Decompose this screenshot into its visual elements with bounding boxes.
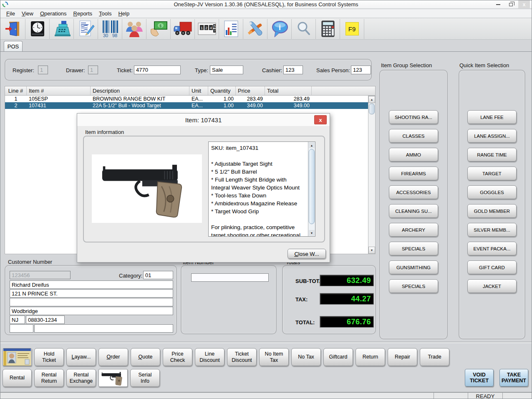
table-row[interactable]: 1 105ESP BROWNING RANGE BOW KIT EA... 1.… [5, 96, 368, 102]
customer-address1-field[interactable] [10, 289, 173, 298]
drawer-field[interactable] [88, 66, 98, 74]
f9-button[interactable]: F9 [340, 19, 364, 39]
quick-lane-fee-button[interactable]: LANE FEE [467, 110, 517, 124]
group-classes-button[interactable]: CLASSES [389, 129, 438, 143]
group-archery-button[interactable]: ARCHERY [389, 223, 438, 237]
menu-tools[interactable]: Tools [96, 10, 115, 18]
no-tax-button[interactable]: No Tax [291, 348, 321, 366]
restore-button[interactable] [505, 0, 517, 8]
delivery-truck-button[interactable] [171, 19, 195, 39]
customer-id-photo-button[interactable] [3, 348, 32, 366]
customer-name-field[interactable] [10, 280, 173, 289]
close-window-button[interactable]: Close W... [287, 249, 326, 259]
customer-state-field[interactable] [10, 316, 25, 324]
ticket-discount-button[interactable]: Ticket Discount [227, 348, 257, 366]
group-specials-button[interactable]: SPECIALS [389, 242, 438, 255]
group-shooting-range-button[interactable]: SHOOTING RA... [389, 110, 438, 124]
search-button[interactable] [292, 19, 316, 39]
menu-view[interactable]: View [18, 10, 37, 18]
trade-button[interactable]: Trade [420, 348, 449, 366]
col-unit[interactable]: Unit [189, 86, 208, 95]
line-discount-button[interactable]: Line Discount [195, 348, 224, 366]
menu-reports[interactable]: Reports [70, 10, 96, 18]
customers-button[interactable] [122, 19, 146, 39]
barcode-button[interactable]: 30 98 [98, 19, 122, 39]
type-field[interactable] [210, 66, 243, 74]
col-item[interactable]: Item # [27, 86, 91, 95]
return-button[interactable]: Return [356, 348, 385, 366]
quick-target-button[interactable]: TARGET [467, 167, 517, 180]
cash-register-button[interactable] [50, 19, 74, 39]
order-button[interactable]: Order [98, 348, 128, 366]
menu-help[interactable]: Help [115, 10, 133, 18]
price-check-button[interactable]: Price Check [163, 348, 192, 366]
scroll-up-icon[interactable]: ▲ [368, 96, 375, 103]
menu-file[interactable]: File [3, 10, 18, 18]
col-total[interactable]: Total [265, 86, 312, 95]
ticket-field[interactable] [134, 66, 181, 74]
group-firearms-button[interactable]: FIREARMS [389, 167, 438, 180]
table-scrollbar[interactable]: ▲ ▼ [368, 96, 376, 254]
description-scrollbar[interactable]: ▲ ▼ [308, 142, 315, 236]
quick-goggles-button[interactable]: GOGGLES [467, 185, 517, 199]
col-description[interactable]: Description [91, 86, 189, 95]
menu-operations[interactable]: Operations [37, 10, 70, 18]
close-button[interactable]: x [518, 0, 530, 8]
exit-button[interactable] [1, 19, 25, 39]
take-payment-button[interactable]: TAKE PAYMENT [499, 369, 528, 386]
quick-silver-member-button[interactable]: SILVER MEMB... [467, 223, 517, 237]
col-price[interactable]: Price [236, 86, 265, 95]
quick-lane-assign-button[interactable]: LANE ASSIGN... [467, 129, 517, 143]
scrollbar-thumb[interactable] [309, 149, 315, 224]
item-description-text[interactable]: SKU: item_107431 * Adjustable Target Sig… [208, 141, 315, 237]
quick-gold-member-button[interactable]: GOLD MEMBER [467, 204, 517, 218]
calculator-button[interactable] [316, 19, 340, 39]
customer-zip-field[interactable] [26, 316, 65, 324]
info-button[interactable]: i [267, 19, 292, 39]
numeric-keypad-button[interactable]: 124 57 [195, 19, 219, 39]
group-accessories-button[interactable]: ACCESSORIES [389, 185, 438, 199]
group-ammo-button[interactable]: AMMO [389, 148, 438, 162]
group-specials2-button[interactable]: SPECIALS [389, 279, 438, 293]
invoice-edit-button[interactable] [74, 19, 98, 39]
category-field[interactable] [143, 271, 173, 279]
scroll-down-icon[interactable]: ▼ [368, 247, 375, 254]
customer-extra1-field[interactable] [10, 324, 33, 333]
customer-extra2-field[interactable] [34, 324, 173, 333]
dialog-close-icon[interactable]: x [314, 115, 327, 124]
cashier-field[interactable] [283, 66, 303, 74]
cash-payment-button[interactable]: $ [146, 19, 171, 39]
quote-button[interactable]: Quote [131, 348, 160, 366]
repair-button[interactable]: Repair [388, 348, 417, 366]
scroll-down-icon[interactable]: ▼ [309, 230, 315, 236]
customer-address2-field[interactable] [10, 298, 173, 306]
scrollbar-thumb[interactable] [369, 104, 375, 114]
tab-pos[interactable]: POS [4, 41, 23, 52]
customer-city-field[interactable] [10, 307, 173, 315]
layaway-button[interactable]: Layaw... [66, 348, 96, 366]
quick-jacket-button[interactable]: JACKET [467, 279, 517, 293]
rental-button[interactable]: Rental [3, 369, 32, 387]
table-row-selected[interactable]: 2 107431 22A 5-1/2" Bull - Wood Target E… [5, 102, 368, 109]
minimize-button[interactable] [492, 0, 504, 8]
salesperson-field[interactable] [351, 66, 371, 74]
customer-number-field[interactable] [10, 271, 71, 279]
quick-event-package-button[interactable]: EVENT PACKA... [467, 242, 517, 255]
reports-button[interactable] [219, 19, 243, 39]
giftcard-button[interactable]: Giftcard [323, 348, 353, 366]
scroll-up-icon[interactable]: ▲ [309, 142, 315, 148]
time-clock-button[interactable] [25, 19, 50, 39]
hold-ticket-button[interactable]: Hold Ticket [34, 348, 64, 366]
group-gunsmithing-button[interactable]: GUNSMITHING [389, 260, 438, 274]
quick-range-time-button[interactable]: RANGE TIME [467, 148, 517, 162]
void-ticket-button[interactable]: VOID TICKET [465, 369, 494, 386]
register-field[interactable] [38, 66, 48, 74]
no-item-tax-button[interactable]: No Item Tax [259, 348, 289, 366]
quick-gift-card-button[interactable]: GIFT CARD [467, 260, 517, 274]
item-number-field[interactable] [191, 273, 269, 282]
item-image-button[interactable] [98, 369, 128, 387]
serial-info-button[interactable]: Serial Info [130, 369, 160, 387]
group-cleaning-supplies-button[interactable]: CLEANING SU... [389, 204, 438, 218]
rental-exchange-button[interactable]: Rental Exchange [66, 369, 96, 387]
col-line[interactable]: Line # [5, 86, 27, 95]
